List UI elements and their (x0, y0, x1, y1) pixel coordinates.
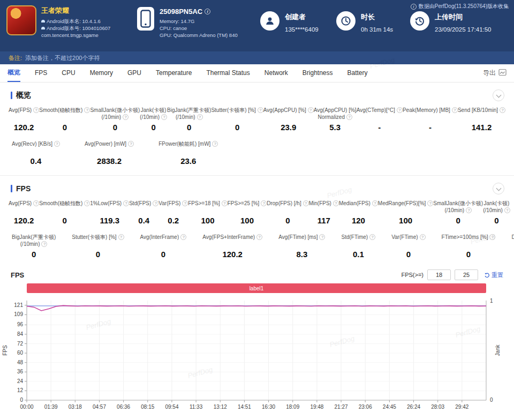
metric-info-icon[interactable]: ? (33, 107, 39, 113)
metric-label: Median(FPS)? (339, 200, 378, 214)
metric-info-icon[interactable]: ? (153, 200, 158, 206)
metric-info-icon[interactable]: ? (420, 234, 426, 240)
svg-text:13:12: 13:12 (214, 404, 227, 410)
metric-info-icon[interactable]: ? (128, 141, 134, 147)
metric-fps-row1-12: Jank(卡顿)(/10min)?0 (483, 200, 510, 225)
export-icon (498, 69, 507, 78)
svg-text:11:33: 11:33 (190, 404, 203, 410)
tab-battery[interactable]: Battery (347, 64, 368, 82)
svg-text:16:30: 16:30 (262, 404, 275, 410)
metric-info-icon[interactable]: ? (500, 107, 505, 113)
metric-label: Stutter(卡顿率) [%]? (211, 107, 263, 121)
fps-threshold-input-1[interactable] (427, 269, 451, 280)
metric-info-icon[interactable]: ? (180, 234, 186, 240)
metric-label: Avg(Recv) [KB/s]? (12, 140, 60, 155)
tab-temperature[interactable]: Temperature (156, 64, 192, 82)
metric-info-icon[interactable]: ? (118, 234, 124, 240)
tab-fps[interactable]: FPS (35, 64, 47, 82)
metric-info-icon[interactable]: ? (369, 234, 375, 240)
device-info-icon[interactable]: i (205, 9, 210, 14)
metric-value: 0.4 (12, 156, 60, 166)
export-button[interactable]: 导出 (483, 64, 507, 82)
svg-text:04:57: 04:57 (93, 404, 106, 410)
metric-info-icon[interactable]: ? (54, 141, 60, 147)
metric-info-icon[interactable]: ? (41, 241, 47, 247)
metric-value: 120.2 (9, 216, 39, 225)
metric-ov-row1-8: Avg(CTemp)[°C]?- (357, 107, 403, 132)
tab-overview[interactable]: 概览 (7, 64, 20, 82)
metric-info-icon[interactable]: ? (258, 107, 263, 113)
tab-memory[interactable]: Memory (90, 64, 113, 82)
metric-info-icon[interactable]: ? (197, 114, 203, 120)
metric-label: Avg(FPS+InterFrame)? (202, 234, 262, 248)
section-accent-bar (11, 92, 12, 99)
metric-fps-row2-6: Var(FTime)?0 (391, 234, 425, 259)
metric-info-icon[interactable]: ? (489, 234, 495, 240)
metric-value: 100 (228, 216, 267, 225)
metric-value: 0 (39, 123, 90, 132)
metric-info-icon[interactable]: ? (256, 234, 262, 240)
metric-info-icon[interactable]: ? (427, 200, 433, 206)
tab-brightness[interactable]: Brightness (303, 64, 333, 82)
metric-label: FPower(帧能耗) [mW]? (158, 140, 218, 155)
svg-text:48: 48 (17, 359, 24, 365)
metric-info-icon[interactable]: ? (261, 200, 267, 206)
metric-info-icon[interactable]: ? (123, 114, 128, 120)
metric-fps-row1-8: Min(FPS)?117 (309, 200, 339, 225)
creator-person-icon (260, 11, 279, 31)
metric-info-icon[interactable]: ? (466, 207, 472, 213)
metric-info-icon[interactable]: ? (303, 200, 309, 206)
metric-label: Smooth(稳帧指数)? (39, 200, 90, 214)
note-bar[interactable]: 备注: 添加备注，不超过200个字符 (0, 51, 514, 64)
metric-value: 120 (339, 216, 378, 225)
reset-button[interactable]: 重置 (484, 271, 503, 279)
metric-fps-row1-6: FPS>=25 [%]?100 (228, 200, 267, 225)
metric-info-icon[interactable]: ? (84, 107, 90, 113)
metric-info-icon[interactable]: ? (397, 107, 403, 113)
metric-info-icon[interactable]: ? (212, 141, 218, 147)
svg-text:109: 109 (14, 311, 23, 317)
chart-legend-banner[interactable]: label1 (27, 283, 486, 293)
metric-value: 0.2 (158, 216, 188, 225)
metric-value: 0 (211, 123, 263, 132)
metric-ov-row2-0: Avg(Recv) [KB/s]?0.4 (12, 140, 60, 166)
tab-network[interactable]: Network (264, 64, 288, 82)
metric-info-icon[interactable]: ? (33, 200, 39, 206)
app-info: 王者荣耀 Android版本名: 10.4.1.6 Android版本号: 10… (6, 5, 110, 39)
svg-text:0: 0 (20, 397, 23, 403)
app-name: 王者荣耀 (41, 6, 110, 16)
svg-text:01:39: 01:39 (44, 404, 58, 410)
tab-gpu[interactable]: GPU (127, 64, 141, 82)
tab-thermal-status[interactable]: Thermal Status (206, 64, 250, 82)
metric-value: 0 (167, 123, 211, 132)
fps-line-chart[interactable]: 00:0001:3903:1804:5706:3608:1509:5411:33… (0, 295, 514, 417)
metric-info-icon[interactable]: ? (504, 207, 510, 213)
metric-value: 0 (39, 216, 90, 225)
metric-label: Peak(Memory) [MB]? (403, 107, 458, 121)
metric-info-icon[interactable]: ? (123, 200, 129, 206)
section-accent-bar (11, 185, 12, 192)
metric-info-icon[interactable]: ? (308, 107, 314, 113)
svg-text:60: 60 (17, 350, 24, 356)
collapse-fps-button[interactable] (493, 183, 504, 194)
metric-label: Min(FPS)? (309, 200, 339, 214)
metric-info-icon[interactable]: ? (319, 234, 325, 240)
metric-value: 100 (378, 216, 433, 225)
overview-title: 概览 (11, 91, 31, 100)
tab-cpu[interactable]: CPU (62, 64, 75, 82)
metric-info-icon[interactable]: ? (161, 114, 167, 120)
collapse-overview-button[interactable] (493, 89, 504, 101)
metric-info-icon[interactable]: ? (84, 200, 90, 206)
metric-label: BigJank(严重卡顿)(/10min)? (12, 234, 56, 248)
metric-info-icon[interactable]: ? (372, 200, 378, 206)
metric-value: 0 (391, 250, 425, 259)
metric-info-icon[interactable]: ? (182, 200, 188, 206)
fps-threshold-input-2[interactable] (455, 269, 478, 280)
metric-info-icon[interactable]: ? (452, 107, 458, 113)
metric-info-icon[interactable]: ? (333, 200, 339, 206)
metric-value: 0 (483, 216, 510, 225)
metric-info-icon[interactable]: ? (346, 114, 352, 120)
metric-info-icon[interactable]: ? (222, 200, 228, 206)
device-memory: Memory: 14.7G (160, 18, 238, 25)
metric-label: Smooth(稳帧指数)? (39, 107, 90, 121)
